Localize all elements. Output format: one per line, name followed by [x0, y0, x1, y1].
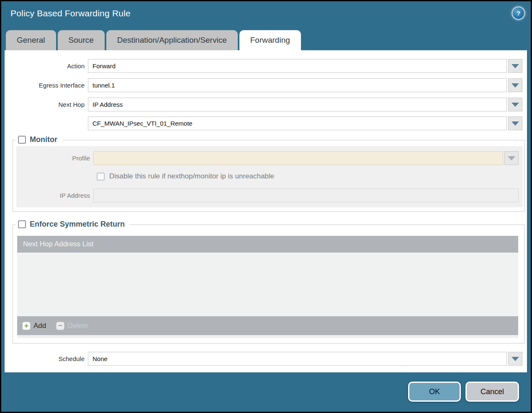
next-hop-address-row	[5, 116, 522, 130]
schedule-combo	[88, 352, 522, 366]
add-button[interactable]: + Add	[22, 322, 46, 330]
monitor-legend: Monitor	[15, 134, 62, 145]
egress-interface-input[interactable]	[88, 78, 507, 92]
cancel-button[interactable]: Cancel	[465, 382, 519, 402]
monitor-ip-address-input	[93, 188, 519, 202]
next-hop-combo	[88, 98, 522, 111]
disable-rule-row: Disable this rule if nexthop/monitor ip …	[16, 172, 519, 181]
tab-source[interactable]: Source	[58, 30, 105, 50]
next-hop-dropdown-button[interactable]	[508, 98, 522, 111]
egress-interface-row: Egress Interface	[5, 78, 522, 92]
next-hop-address-dropdown-button[interactable]	[508, 116, 522, 130]
forwarding-tab-panel: Action Egress Interface Next Hop	[5, 50, 527, 372]
profile-dropdown-button	[504, 151, 519, 165]
action-combo	[88, 59, 522, 73]
monitor-fieldset: Monitor Profile Disable this rule if nex…	[13, 140, 524, 212]
schedule-dropdown-button[interactable]	[508, 352, 522, 366]
add-button-label: Add	[33, 322, 46, 330]
next-hop-label: Next Hop	[5, 101, 88, 108]
action-input[interactable]	[88, 59, 507, 73]
pbf-rule-dialog: Policy Based Forwarding Rule ? General S…	[0, 0, 532, 413]
help-glyph: ?	[517, 10, 520, 17]
minus-icon: −	[56, 322, 64, 330]
tab-general[interactable]: General	[6, 30, 56, 50]
monitor-legend-label: Monitor	[30, 135, 57, 144]
next-hop-address-combo	[88, 116, 522, 130]
action-label: Action	[5, 62, 88, 70]
help-icon[interactable]: ?	[513, 8, 524, 19]
next-hop-address-list-body[interactable]	[17, 253, 518, 316]
action-dropdown-button[interactable]	[508, 59, 522, 73]
tab-bar: General Source Destination/Application/S…	[6, 30, 301, 50]
dialog-action-buttons: OK Cancel	[408, 382, 519, 402]
next-hop-row: Next Hop	[5, 98, 522, 111]
schedule-input[interactable]	[88, 352, 507, 366]
dialog-title: Policy Based Forwarding Rule	[10, 8, 131, 18]
disable-rule-checkbox	[97, 173, 105, 181]
profile-input	[93, 151, 503, 165]
next-hop-address-list-header: Next Hop Address List	[17, 236, 518, 253]
next-hop-type-input[interactable]	[88, 98, 507, 111]
next-hop-address-list-toolbar: + Add − Delete	[17, 316, 518, 335]
tab-forwarding[interactable]: Forwarding	[239, 30, 301, 50]
chevron-down-icon	[511, 357, 519, 361]
egress-interface-combo	[88, 78, 522, 92]
monitor-body: Profile Disable this rule if nexthop/mon…	[16, 146, 523, 207]
delete-button-label: Delete	[67, 322, 88, 330]
profile-label: Profile	[16, 155, 93, 162]
table-bottom-strip	[17, 335, 518, 338]
egress-interface-dropdown-button[interactable]	[508, 78, 522, 92]
enforce-legend: Enforce Symmetric Return	[15, 219, 130, 230]
schedule-row: Schedule	[5, 352, 522, 366]
enforce-legend-label: Enforce Symmetric Return	[30, 220, 125, 229]
disable-rule-label: Disable this rule if nexthop/monitor ip …	[109, 172, 274, 181]
ok-button[interactable]: OK	[408, 382, 461, 402]
monitor-checkbox[interactable]	[18, 136, 26, 144]
tab-destination-application-service[interactable]: Destination/Application/Service	[106, 30, 238, 50]
chevron-down-icon	[508, 156, 515, 160]
monitor-ip-address-row: IP Address	[16, 188, 519, 202]
plus-icon: +	[22, 322, 31, 330]
next-hop-address-input[interactable]	[88, 116, 507, 130]
action-row: Action	[5, 59, 522, 73]
enforce-symmetric-return-fieldset: Enforce Symmetric Return Next Hop Addres…	[13, 225, 524, 343]
egress-interface-label: Egress Interface	[5, 82, 88, 89]
chevron-down-icon	[511, 64, 519, 68]
delete-button: − Delete	[56, 322, 88, 330]
chevron-down-icon	[511, 83, 519, 88]
schedule-label: Schedule	[5, 355, 88, 362]
chevron-down-icon	[511, 121, 519, 126]
next-hop-address-list-table: Next Hop Address List + Add − Delete	[17, 236, 518, 338]
enforce-symmetric-return-checkbox[interactable]	[18, 220, 26, 228]
profile-row: Profile	[16, 151, 519, 165]
monitor-ip-address-label: IP Address	[16, 192, 93, 199]
chevron-down-icon	[511, 103, 519, 107]
